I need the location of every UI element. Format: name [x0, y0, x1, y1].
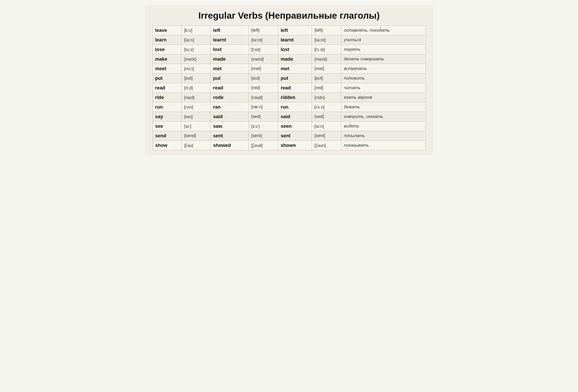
pp-phonetic: [red]: [312, 83, 341, 93]
pp-phonetic: [put]: [312, 74, 341, 83]
translation: встречать: [341, 64, 426, 74]
pp-phonetic: [ʃəun]: [312, 141, 341, 150]
pp-word: left: [278, 26, 312, 35]
pp-word: put: [278, 74, 312, 83]
past-phonetic: [red]: [249, 83, 278, 93]
verbs-table: leave [liːv] left [left] left [left] ост…: [152, 25, 426, 150]
past-word: read: [210, 83, 249, 93]
table-row: send [send] sent [sent] sent [sent] посы…: [152, 131, 426, 141]
table-row: run [rʌn] ran [ræ n] run [rʌ n] бежать: [152, 102, 426, 112]
base-word: see: [152, 122, 181, 131]
translation: оставлять, покидать: [341, 26, 426, 35]
pp-word: met: [278, 64, 312, 74]
past-word: learnt: [210, 35, 249, 45]
translation: терять: [341, 45, 426, 54]
base-word: say: [152, 112, 181, 122]
pp-word: sent: [278, 131, 312, 141]
table-row: put [put] put [put] put [put] положить: [152, 74, 426, 83]
base-word: read: [152, 83, 181, 93]
past-phonetic: [ræ n]: [249, 102, 278, 112]
translation: читать: [341, 83, 426, 93]
past-word: rode: [210, 93, 249, 102]
pp-word: seen: [278, 122, 312, 131]
translation: положить: [341, 74, 426, 83]
pp-phonetic: [sent]: [312, 131, 341, 141]
base-phonetic: [raɪd]: [181, 93, 210, 102]
table-row: lose [luːz] lost [lɔst] lost [lɔ st] тер…: [152, 45, 426, 54]
past-phonetic: [sed]: [249, 112, 278, 122]
base-phonetic: [ləːn]: [181, 35, 210, 45]
base-phonetic: [luːz]: [181, 45, 210, 54]
past-phonetic: [put]: [249, 74, 278, 83]
past-word: lost: [210, 45, 249, 54]
base-word: ride: [152, 93, 181, 102]
translation: видеть: [341, 122, 426, 131]
past-phonetic: [rəud]: [249, 93, 278, 102]
past-word: ran: [210, 102, 249, 112]
table-row: show [ʃəu] showed [ʃəud] shown [ʃəun] по…: [152, 141, 426, 150]
pp-phonetic: [rʌ n]: [312, 102, 341, 112]
pp-word: said: [278, 112, 312, 122]
pp-phonetic: [lɔ st]: [312, 45, 341, 54]
pp-phonetic: [ləːnt]: [312, 35, 341, 45]
base-phonetic: [liːv]: [181, 26, 210, 35]
translation: посылать: [341, 131, 426, 141]
table-row: see [siː] saw [sɔː] seen [siːn] видеть: [152, 122, 426, 131]
base-phonetic: [send]: [181, 131, 210, 141]
base-phonetic: [siː]: [181, 122, 210, 131]
translation: показывать: [341, 141, 426, 150]
base-phonetic: [put]: [181, 74, 210, 83]
table-row: ride [raɪd] rode [rəud] ridden [rɪdn] ех…: [152, 93, 426, 102]
past-phonetic: [sent]: [249, 131, 278, 141]
translation: ехать верхом: [341, 93, 426, 102]
page-container: Irregular Verbs (Неправильные глаголы) l…: [145, 5, 434, 155]
base-word: run: [152, 102, 181, 112]
base-word: make: [152, 54, 181, 64]
past-word: said: [210, 112, 249, 122]
pp-word: ridden: [278, 93, 312, 102]
pp-word: shown: [278, 141, 312, 150]
past-word: made: [210, 54, 249, 64]
pp-word: lost: [278, 45, 312, 54]
past-word: left: [210, 26, 249, 35]
base-word: send: [152, 131, 181, 141]
base-word: lose: [152, 45, 181, 54]
past-word: saw: [210, 122, 249, 131]
base-word: meet: [152, 64, 181, 74]
pp-word: learnt: [278, 35, 312, 45]
past-phonetic: [met]: [249, 64, 278, 74]
pp-phonetic: [met]: [312, 64, 341, 74]
past-word: showed: [210, 141, 249, 150]
table-row: meet [miːt] met [met] met [met] встречат…: [152, 64, 426, 74]
pp-word: made: [278, 54, 312, 64]
translation: говорить, сказать: [341, 112, 426, 122]
past-phonetic: [lɔst]: [249, 45, 278, 54]
translation: бежать: [341, 102, 426, 112]
pp-phonetic: [meɪd]: [312, 54, 341, 64]
table-row: leave [liːv] left [left] left [left] ост…: [152, 26, 426, 35]
past-phonetic: [ʃəud]: [249, 141, 278, 150]
past-word: put: [210, 74, 249, 83]
base-phonetic: [seɪ]: [181, 112, 210, 122]
table-row: make [meɪk] made [meɪd] made [meɪd] дела…: [152, 54, 426, 64]
pp-word: run: [278, 102, 312, 112]
past-phonetic: [meɪd]: [249, 54, 278, 64]
pp-word: read: [278, 83, 312, 93]
table-row: say [seɪ] said [sed] said [sed] говорить…: [152, 112, 426, 122]
base-phonetic: [ʃəu]: [181, 141, 210, 150]
translation: учиться: [341, 35, 426, 45]
page-title: Irregular Verbs (Неправильные глаголы): [152, 10, 426, 21]
base-phonetic: [rʌn]: [181, 102, 210, 112]
base-phonetic: [meɪk]: [181, 54, 210, 64]
past-phonetic: [left]: [249, 26, 278, 35]
past-word: met: [210, 64, 249, 74]
base-word: show: [152, 141, 181, 150]
base-word: leave: [152, 26, 181, 35]
base-word: learn: [152, 35, 181, 45]
table-row: learn [ləːn] learnt [ləːnt] learnt [ləːn…: [152, 35, 426, 45]
past-phonetic: [sɔː]: [249, 122, 278, 131]
pp-phonetic: [siːn]: [312, 122, 341, 131]
pp-phonetic: [left]: [312, 26, 341, 35]
base-phonetic: [riːd]: [181, 83, 210, 93]
pp-phonetic: [rɪdn]: [312, 93, 341, 102]
